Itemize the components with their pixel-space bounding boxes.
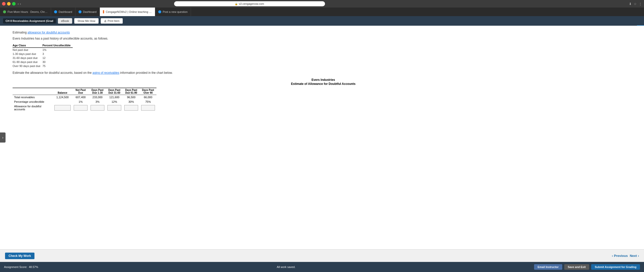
tab-cengage[interactable]: C CengageNOWv2 | Online teaching and lea… <box>100 8 155 16</box>
percentage-not-past: 1% <box>72 99 89 104</box>
table-row: Not past due 1% <box>13 48 73 52</box>
nav-arrows[interactable]: ‹ › <box>18 2 21 6</box>
close-button[interactable] <box>2 2 6 6</box>
allowance-over-90-cell[interactable] <box>140 104 156 112</box>
allowance-row: Allowance for doubtful accounts <box>13 104 156 112</box>
percent-cell: 12 <box>43 56 73 60</box>
aging-of-receivables-link[interactable]: aging of receivables <box>93 71 119 75</box>
total-receivables-31-60: 121,600 <box>106 95 123 100</box>
tab-favicon-music <box>3 10 6 13</box>
percentage-balance <box>53 99 72 104</box>
allowance-link[interactable]: allowance for doubtful accounts <box>27 31 70 34</box>
tab-label-music: Five More Hours · Deorro, Chris Brown <box>8 10 48 13</box>
expand-panel-button[interactable]: › <box>0 132 6 143</box>
check-my-work-button[interactable]: Check My Work <box>5 253 34 259</box>
table-row: Over 90 days past due 75 <box>13 64 73 68</box>
show-me-how-button[interactable]: Show Me How <box>74 18 99 24</box>
back-button[interactable]: ‹ <box>18 2 19 6</box>
percent-cell: 3 <box>43 52 73 56</box>
percent-uncollectible-header: Percent Uncollectible <box>43 43 73 48</box>
allowance-61-90-input[interactable] <box>124 105 138 111</box>
allowance-balance-input[interactable] <box>54 105 71 111</box>
content-area: Estimating allowance for doubtful accoun… <box>0 26 644 249</box>
tab-music[interactable]: Five More Hours · Deorro, Chris Brown <box>0 8 51 16</box>
total-receivables-row: Total receivables 1,124,500 607,400 233,… <box>13 95 156 100</box>
days-1-30-header: Days PastDue 1-30 <box>89 88 106 95</box>
age-class-cell: Over 90 days past due <box>13 64 43 68</box>
estimate-intro-text: Estimate the allowance for doubtful acco… <box>13 71 93 75</box>
allowance-not-past-cell[interactable] <box>72 104 89 112</box>
submit-assignment-button[interactable]: Submit Assignment for Grading <box>591 264 640 270</box>
table-row: 61-90 days past due 30 <box>13 60 73 64</box>
percent-cell: 30 <box>43 60 73 64</box>
score-label: Assignment Score: 48.57% <box>4 265 38 268</box>
tabs-bar: Five More Hours · Deorro, Chris Brown Da… <box>0 8 644 16</box>
allowance-label: Allowance for doubtful accounts <box>13 104 53 112</box>
age-class-cell: 61-90 days past due <box>13 60 43 64</box>
age-class-table: Age Class Percent Uncollectible Not past… <box>13 43 73 68</box>
company-name: Evers Industries <box>13 78 634 82</box>
percentage-1-30: 3% <box>89 99 106 104</box>
estimate-section: Evers Industries Estimate of Allowance f… <box>13 78 634 112</box>
score-value: 48.57% <box>29 265 38 268</box>
percent-cell: 75 <box>43 64 73 68</box>
nav-buttons: ‹ Previous Next › <box>612 254 639 258</box>
bottom-bar: Check My Work ‹ Previous Next › <box>0 249 644 262</box>
minimize-button[interactable] <box>7 2 11 6</box>
app-header: CH 8 Receivables Assignment (Grad eBook … <box>0 16 644 26</box>
tab-dashboard2[interactable]: Dashboard <box>75 8 100 16</box>
intro-paragraph-2: Evers Industries has a past history of u… <box>13 37 634 40</box>
status-right-buttons: Email Instructor Save and Exit Submit As… <box>534 264 640 270</box>
percentage-31-60: 12% <box>106 99 123 104</box>
total-receivables-over-90: 66,000 <box>140 95 156 100</box>
save-and-exit-button[interactable]: Save and Exit <box>564 264 589 270</box>
email-instructor-button[interactable]: Email Instructor <box>534 264 562 270</box>
allowance-31-60-cell[interactable] <box>106 104 123 112</box>
allowance-31-60-input[interactable] <box>107 105 121 111</box>
allowance-1-30-cell[interactable] <box>89 104 106 112</box>
allowance-1-30-input[interactable] <box>91 105 104 111</box>
estimate-intro-text2: information provided in the chart below. <box>119 71 173 75</box>
main-content-wrapper: › Estimating allowance for doubtful acco… <box>0 26 644 249</box>
tab-favicon-post <box>158 10 161 13</box>
bookmark-icon[interactable]: ☆ <box>634 2 637 6</box>
more-icon[interactable]: ⋮ <box>639 2 642 6</box>
allowance-balance-cell[interactable] <box>53 104 72 112</box>
window-controls[interactable] <box>2 2 16 6</box>
maximize-button[interactable] <box>12 2 16 6</box>
browser-right-controls: ⬇ ☆ ⋮ <box>629 2 642 6</box>
printer-icon: 🖨 <box>104 19 107 22</box>
age-class-cell: 1-30 days past due <box>13 52 43 56</box>
tab-favicon-dashboard1 <box>54 10 57 13</box>
percentage-61-90: 30% <box>123 99 140 104</box>
print-item-button[interactable]: 🖨 Print Item <box>101 18 123 24</box>
allowance-61-90-cell[interactable] <box>123 104 140 112</box>
chevron-right-icon: › <box>638 254 639 258</box>
download-icon[interactable]: ⬇ <box>629 2 632 6</box>
allowance-not-past-input[interactable] <box>74 105 88 111</box>
tab-label-post: Post a new question <box>163 10 188 13</box>
total-receivables-61-90: 96,500 <box>123 95 140 100</box>
days-61-90-header: Days PastDue 61-90 <box>123 88 140 95</box>
blank-header <box>13 88 53 95</box>
intro-paragraph: Estimating allowance for doubtful accoun… <box>13 31 634 34</box>
status-bar: Assignment Score: 48.57% All work saved.… <box>0 262 644 272</box>
estimate-intro-paragraph: Estimate the allowance for doubtful acco… <box>13 71 634 75</box>
tab-dashboard1[interactable]: Dashboard <box>51 8 75 16</box>
forward-button[interactable]: › <box>20 2 21 6</box>
percentage-label: Percentage uncollectible <box>13 99 53 104</box>
allowance-over-90-input[interactable] <box>141 105 155 111</box>
url-text: v2.cengagenow.com <box>239 2 264 5</box>
tab-post-question[interactable]: Post a new question <box>155 8 191 16</box>
browser-bar: ‹ › 🔒 v2.cengagenow.com ⬇ ☆ ⋮ <box>0 0 644 8</box>
percentage-over-90: 75% <box>140 99 156 104</box>
days-over-90-header: Days PastOver 90 <box>140 88 156 95</box>
app-title: CH 8 Receivables Assignment (Grad <box>3 18 56 23</box>
tab-label-dashboard2: Dashboard <box>83 10 97 13</box>
next-button[interactable]: Next › <box>630 254 639 258</box>
estimate-table: Balance Not PastDue Days PastDue 1-30 Da… <box>13 88 156 112</box>
ebook-button[interactable]: eBook <box>58 18 72 24</box>
table-title: Estimate of Allowance for Doubtful Accou… <box>13 82 634 86</box>
address-bar[interactable]: 🔒 v2.cengagenow.com <box>174 1 325 6</box>
previous-button[interactable]: ‹ Previous <box>612 254 628 258</box>
